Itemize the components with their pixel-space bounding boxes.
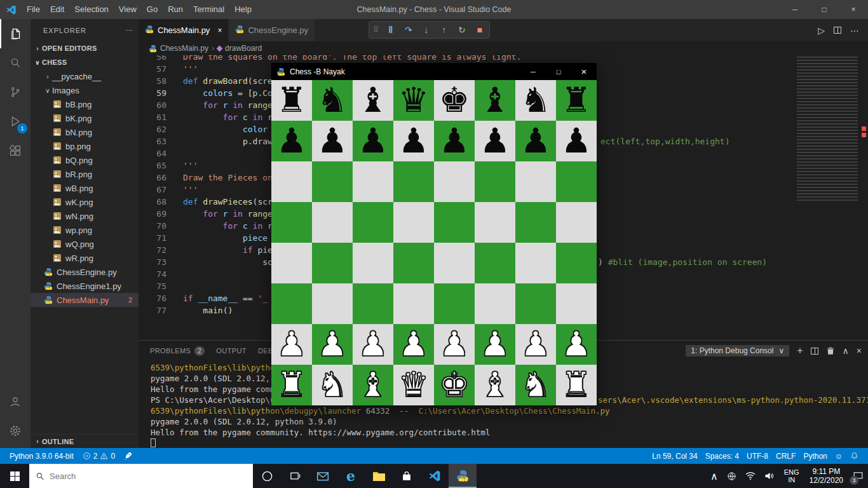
square-f6[interactable]: [475, 161, 515, 202]
tree-item-wQ.png[interactable]: wQ.png: [31, 237, 139, 251]
task-view-button[interactable]: [281, 464, 309, 488]
problems-status[interactable]: 2 0: [79, 448, 118, 464]
square-a6[interactable]: [271, 161, 312, 202]
menu-file[interactable]: File: [22, 0, 45, 19]
tree-item-wR.png[interactable]: wR.png: [31, 251, 139, 265]
square-e4[interactable]: [434, 243, 475, 283]
square-h1[interactable]: ♜: [556, 365, 597, 405]
feedback-smiley-icon[interactable]: ☺: [832, 448, 846, 464]
square-e8[interactable]: ♚: [434, 80, 475, 121]
line-number[interactable]: 56: [139, 55, 166, 63]
indentation[interactable]: Spaces: 4: [702, 448, 742, 464]
square-b3[interactable]: [312, 283, 353, 324]
chess-close-button[interactable]: ×: [571, 63, 597, 80]
line-number[interactable]: 66: [139, 172, 166, 184]
square-b2[interactable]: ♟: [312, 324, 353, 365]
square-e3[interactable]: [434, 283, 475, 324]
square-g4[interactable]: [515, 243, 556, 283]
tree-item-bQ.png[interactable]: bQ.png: [31, 153, 139, 167]
source-control-icon[interactable]: [0, 78, 31, 107]
store-app-button[interactable]: [393, 464, 421, 488]
menu-edit[interactable]: Edit: [45, 0, 69, 19]
square-d7[interactable]: ♟: [393, 121, 434, 161]
tree-item-wp.png[interactable]: wp.png: [31, 223, 139, 237]
square-a4[interactable]: [271, 243, 312, 283]
square-f8[interactable]: ♝: [475, 80, 515, 121]
edge-app-button[interactable]: e: [337, 464, 365, 488]
search-input[interactable]: [50, 471, 247, 481]
language-mode[interactable]: Python: [800, 448, 830, 464]
square-h8[interactable]: ♜: [556, 80, 597, 121]
tree-item-bB.png[interactable]: bB.png: [31, 97, 139, 111]
line-number[interactable]: 69: [139, 208, 166, 220]
line-number[interactable]: 62: [139, 123, 166, 135]
square-h3[interactable]: [556, 283, 597, 324]
settings-gear-icon[interactable]: [0, 416, 31, 445]
code-line-56[interactable]: 56Draw the squares on the board'. The to…: [139, 55, 793, 63]
step-into-button[interactable]: ↓: [421, 25, 432, 35]
tree-item-ChessEngine.py[interactable]: ChessEngine.py: [31, 265, 139, 279]
line-number[interactable]: 64: [139, 147, 166, 159]
mail-app-button[interactable]: [309, 464, 337, 488]
line-number[interactable]: 75: [139, 280, 166, 292]
tree-item-bN.png[interactable]: bN.png: [31, 125, 139, 139]
square-f1[interactable]: ♝: [475, 365, 515, 405]
extensions-icon[interactable]: [0, 136, 31, 165]
square-b8[interactable]: ♞: [312, 80, 353, 121]
tree-item-bR.png[interactable]: bR.png: [31, 167, 139, 181]
line-number[interactable]: 71: [139, 232, 166, 244]
square-b1[interactable]: ♞: [312, 365, 353, 405]
square-a8[interactable]: ♜: [271, 80, 312, 121]
chess-window-titlebar[interactable]: Chess -B Nayak ─ □ ×: [271, 63, 597, 80]
line-number[interactable]: 77: [139, 304, 166, 316]
square-f3[interactable]: [475, 283, 515, 324]
square-c4[interactable]: [353, 243, 393, 283]
square-d4[interactable]: [393, 243, 434, 283]
open-editors-section[interactable]: › OPEN EDITORS: [31, 41, 139, 55]
square-c5[interactable]: [353, 202, 393, 243]
explorer-more-actions-icon[interactable]: ⋯: [126, 26, 133, 34]
breadcrumb-symbol[interactable]: drawBoard: [225, 44, 262, 53]
square-c2[interactable]: ♟: [353, 324, 393, 365]
square-c6[interactable]: [353, 161, 393, 202]
line-number[interactable]: 73: [139, 256, 166, 268]
square-a1[interactable]: ♜: [271, 365, 312, 405]
vscode-app-button[interactable]: [421, 464, 449, 488]
square-g5[interactable]: [515, 202, 556, 243]
maximize-button[interactable]: □: [810, 0, 839, 19]
square-b6[interactable]: [312, 161, 353, 202]
menu-view[interactable]: View: [114, 0, 142, 19]
maximize-panel-icon[interactable]: ∧: [843, 346, 849, 356]
square-e1[interactable]: ♚: [434, 365, 475, 405]
square-c1[interactable]: ♝: [353, 365, 393, 405]
square-e6[interactable]: [434, 161, 475, 202]
square-e7[interactable]: ♟: [434, 121, 475, 161]
tree-item-wK.png[interactable]: wK.png: [31, 195, 139, 209]
stop-button[interactable]: ■: [474, 25, 485, 35]
line-number[interactable]: 67: [139, 184, 166, 196]
breadcrumb-file[interactable]: ChessMain.py: [160, 44, 208, 53]
panel-tab-output[interactable]: OUTPUT: [216, 341, 247, 361]
explorer-icon[interactable]: [0, 19, 31, 48]
square-h7[interactable]: ♟: [556, 121, 597, 161]
terminal-cursor[interactable]: [151, 438, 156, 447]
line-number[interactable]: 59: [139, 87, 166, 99]
line-number[interactable]: 58: [139, 75, 166, 87]
close-panel-icon[interactable]: ×: [857, 346, 862, 356]
line-number[interactable]: 65: [139, 159, 166, 172]
step-out-button[interactable]: ↑: [438, 25, 450, 35]
line-number[interactable]: 60: [139, 99, 166, 111]
square-a7[interactable]: ♟: [271, 121, 312, 161]
tree-item-Images[interactable]: ∨Images: [31, 83, 139, 97]
terminal-select[interactable]: 1: Python Debug Consol ∨: [686, 345, 789, 356]
python-interpreter[interactable]: Python 3.9.0 64-bit: [6, 448, 77, 464]
minimap[interactable]: [793, 55, 868, 340]
tree-item-ChessEngine1.py[interactable]: ChessEngine1.py: [31, 279, 139, 293]
square-f7[interactable]: ♟: [475, 121, 515, 161]
square-h5[interactable]: [556, 202, 597, 243]
square-d2[interactable]: ♟: [393, 324, 434, 365]
line-number[interactable]: 68: [139, 196, 166, 208]
project-section[interactable]: ∨ CHESS: [31, 55, 139, 69]
tree-item-wN.png[interactable]: wN.png: [31, 209, 139, 223]
menu-run[interactable]: Run: [163, 0, 188, 19]
